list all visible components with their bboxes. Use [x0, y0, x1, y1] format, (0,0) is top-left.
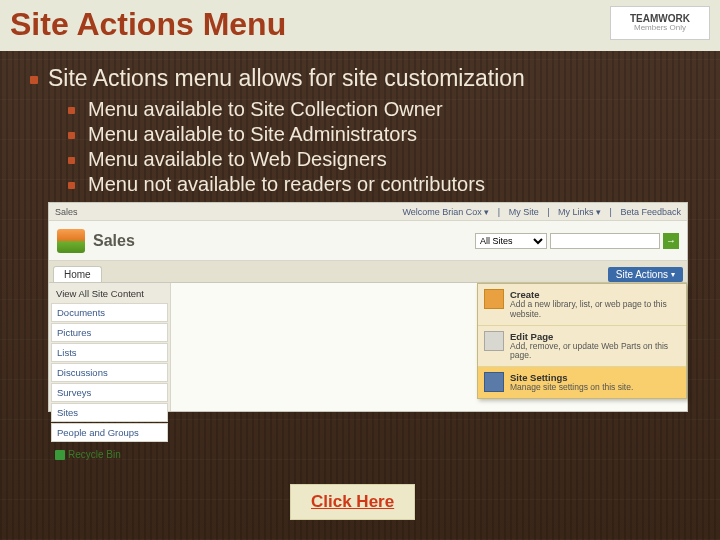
sp-global-bar: Sales Welcome Brian Cox ▾ | My Site | My…	[49, 203, 687, 221]
sub-bullet: Menu not available to readers or contrib…	[68, 173, 694, 196]
sp-nav-discussions[interactable]: Discussions	[51, 363, 168, 382]
sp-search: All Sites →	[475, 233, 679, 249]
sp-nav-view-all[interactable]: View All Site Content	[51, 285, 168, 302]
sp-welcome-user[interactable]: Welcome Brian Cox ▾	[402, 207, 489, 217]
teamwork-logo: TEAMWORK Members Only	[610, 6, 710, 40]
sp-left-nav: View All Site Content Documents Pictures…	[49, 283, 171, 411]
sp-link-feedback[interactable]: Beta Feedback	[620, 207, 681, 217]
site-actions-dropdown: Create Add a new library, list, or web p…	[477, 283, 687, 399]
click-here-link[interactable]: Click Here	[311, 492, 394, 511]
sub-bullet: Menu available to Site Collection Owner	[68, 98, 694, 121]
sp-link-mysite[interactable]: My Site	[509, 207, 539, 217]
slide: Site Actions Menu TEAMWORK Members Only …	[0, 0, 720, 540]
sp-nav-people-groups[interactable]: People and Groups	[51, 423, 168, 442]
sp-main-area: Create Add a new library, list, or web p…	[171, 283, 687, 411]
sp-recycle-bin[interactable]: Recycle Bin	[51, 446, 168, 463]
recycle-bin-icon	[55, 450, 65, 460]
sp-search-scope-select[interactable]: All Sites	[475, 233, 547, 249]
sub-bullet: Menu available to Web Designers	[68, 148, 694, 171]
sp-site-title: Sales	[93, 232, 467, 250]
click-here-box: Click Here	[290, 484, 415, 520]
sp-action-edit-page[interactable]: Edit Page Add, remove, or update Web Par…	[478, 326, 686, 368]
main-bullet: Site Actions menu allows for site custom…	[30, 65, 694, 412]
sp-nav-documents[interactable]: Documents	[51, 303, 168, 322]
site-actions-button[interactable]: Site Actions	[608, 267, 683, 282]
title-bar: Site Actions Menu TEAMWORK Members Only	[0, 0, 720, 51]
sp-nav-sites[interactable]: Sites	[51, 403, 168, 422]
sp-tab-home[interactable]: Home	[53, 266, 102, 282]
sp-breadcrumb: Sales	[55, 207, 78, 217]
sp-header: Sales All Sites →	[49, 221, 687, 261]
content-area: Site Actions menu allows for site custom…	[0, 51, 720, 412]
slide-title: Site Actions Menu	[10, 6, 286, 43]
sp-search-input[interactable]	[550, 233, 660, 249]
sub-bullet: Menu available to Site Administrators	[68, 123, 694, 146]
sp-nav-pictures[interactable]: Pictures	[51, 323, 168, 342]
sp-search-go-button[interactable]: →	[663, 233, 679, 249]
sp-action-create[interactable]: Create Add a new library, list, or web p…	[478, 284, 686, 326]
arrow-right-icon: →	[666, 235, 676, 246]
sp-nav-surveys[interactable]: Surveys	[51, 383, 168, 402]
sp-site-logo-icon	[57, 229, 85, 253]
sp-tabs-row: Home Site Actions	[49, 261, 687, 283]
create-icon	[484, 289, 504, 309]
sp-body: View All Site Content Documents Pictures…	[49, 283, 687, 411]
site-settings-icon	[484, 372, 504, 392]
sharepoint-screenshot: Sales Welcome Brian Cox ▾ | My Site | My…	[48, 202, 688, 412]
sp-link-mylinks[interactable]: My Links ▾	[558, 207, 601, 217]
main-bullet-text: Site Actions menu allows for site custom…	[48, 65, 525, 91]
sp-nav-lists[interactable]: Lists	[51, 343, 168, 362]
sp-action-site-settings[interactable]: Site Settings Manage site settings on th…	[478, 367, 686, 398]
edit-page-icon	[484, 331, 504, 351]
